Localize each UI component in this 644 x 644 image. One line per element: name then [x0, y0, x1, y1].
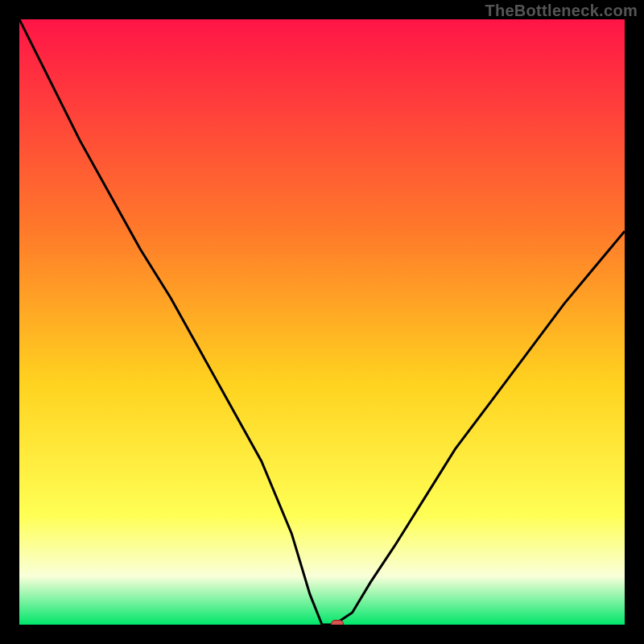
chart-svg [19, 19, 625, 625]
plot-area [19, 19, 625, 625]
minimum-marker-icon [331, 620, 344, 625]
watermark-text: TheBottleneck.com [485, 2, 638, 20]
gradient-background [19, 19, 625, 625]
chart-container: TheBottleneck.com [0, 0, 644, 644]
